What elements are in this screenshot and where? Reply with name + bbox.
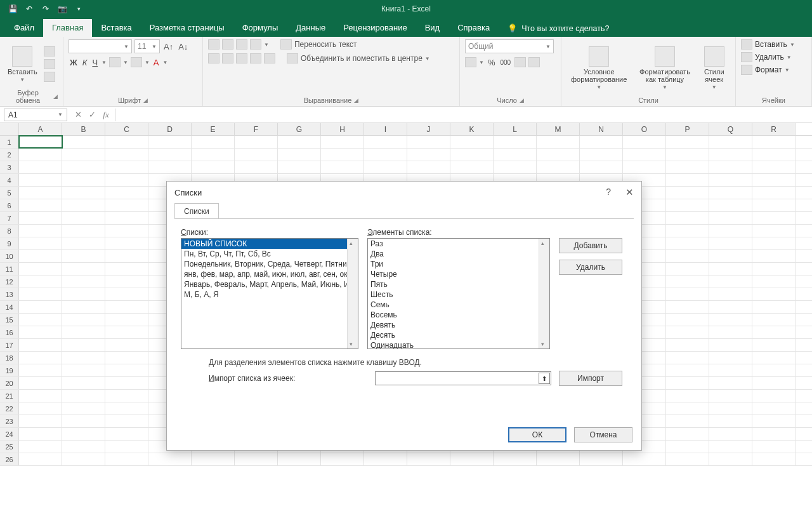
cell[interactable] <box>623 453 666 465</box>
cell[interactable] <box>666 250 709 262</box>
cell[interactable] <box>192 149 235 161</box>
cell[interactable] <box>105 263 148 275</box>
underline-button[interactable]: Ч <box>91 58 99 67</box>
row-header[interactable]: 10 <box>0 250 19 262</box>
cell[interactable] <box>105 415 148 427</box>
cell[interactable] <box>278 453 321 465</box>
import-button[interactable]: Импорт <box>559 371 622 386</box>
cell[interactable] <box>105 339 148 351</box>
cell[interactable] <box>666 377 709 389</box>
italic-button[interactable]: К <box>81 58 89 67</box>
row-header[interactable]: 17 <box>0 339 19 351</box>
cell[interactable] <box>19 301 62 313</box>
row-header[interactable]: 25 <box>0 441 19 453</box>
column-header[interactable]: L <box>494 123 537 135</box>
cell[interactable] <box>709 441 752 453</box>
column-header[interactable]: K <box>450 123 494 135</box>
customize-qat-icon[interactable]: ▾ <box>74 4 84 14</box>
add-button[interactable]: Добавить <box>559 238 622 253</box>
cell[interactable] <box>666 187 709 199</box>
grow-font-icon[interactable]: A↑ <box>162 42 174 51</box>
list-entries-textbox[interactable]: РазДваТриЧетыреПятьШестьСемьВосемьДевять… <box>367 238 550 349</box>
cell[interactable] <box>19 453 62 465</box>
cell[interactable] <box>62 161 105 173</box>
insert-function-icon[interactable]: fx <box>99 110 113 120</box>
chevron-down-icon[interactable]: ▼ <box>123 60 128 65</box>
cell[interactable] <box>19 263 62 275</box>
cell[interactable] <box>235 149 278 161</box>
cell[interactable] <box>235 161 278 173</box>
cell[interactable] <box>752 187 796 199</box>
column-header[interactable]: M <box>537 123 580 135</box>
cell[interactable] <box>709 149 752 161</box>
row-header[interactable]: 26 <box>0 453 19 465</box>
cell[interactable] <box>19 390 62 402</box>
cell[interactable] <box>62 187 105 199</box>
chevron-down-icon[interactable]: ▼ <box>425 56 430 62</box>
cell-styles-button[interactable]: Стили ячеек▼ <box>698 45 730 91</box>
column-header[interactable]: B <box>62 123 105 135</box>
cell[interactable] <box>62 428 105 440</box>
cell[interactable] <box>752 136 796 148</box>
cell[interactable] <box>752 263 796 275</box>
cell[interactable] <box>752 339 796 351</box>
cell[interactable] <box>666 364 709 376</box>
cell[interactable] <box>407 161 450 173</box>
row-header[interactable]: 1 <box>0 136 19 148</box>
cell[interactable] <box>105 275 148 288</box>
cell[interactable] <box>105 364 148 376</box>
align-middle-icon[interactable] <box>222 39 233 50</box>
cell[interactable] <box>580 136 623 148</box>
cell[interactable] <box>19 314 62 326</box>
cell[interactable] <box>709 275 752 288</box>
delete-cells-button[interactable]: Удалить <box>755 53 784 62</box>
cell[interactable] <box>666 339 709 351</box>
column-header[interactable]: O <box>623 123 666 135</box>
cell[interactable] <box>752 174 796 186</box>
insert-cells-button[interactable]: Вставить <box>755 40 787 49</box>
cell[interactable] <box>105 301 148 313</box>
cell[interactable] <box>709 263 752 275</box>
row-header[interactable]: 4 <box>0 174 19 186</box>
tab-formulas[interactable]: Формулы <box>233 19 287 37</box>
cell[interactable] <box>450 149 494 161</box>
chevron-down-icon[interactable]: ▼ <box>145 60 150 65</box>
cell[interactable] <box>105 352 148 364</box>
cell[interactable] <box>321 161 364 173</box>
cell[interactable] <box>450 161 494 173</box>
chevron-down-icon[interactable]: ▼ <box>790 42 795 48</box>
cell[interactable] <box>105 237 148 249</box>
cell[interactable] <box>192 136 235 148</box>
cell[interactable] <box>62 275 105 288</box>
cell[interactable] <box>19 326 62 338</box>
cell[interactable] <box>105 453 148 465</box>
cell[interactable] <box>321 149 364 161</box>
row-header[interactable]: 2 <box>0 149 19 161</box>
align-center-icon[interactable] <box>222 53 233 63</box>
column-header[interactable]: P <box>666 123 709 135</box>
font-color-icon[interactable]: A <box>152 58 160 67</box>
cell[interactable] <box>709 161 752 173</box>
cell[interactable] <box>537 136 580 148</box>
conditional-formatting-button[interactable]: Условное форматирование▼ <box>566 45 631 91</box>
cell[interactable] <box>19 441 62 453</box>
cell[interactable] <box>666 314 709 326</box>
cell[interactable] <box>666 149 709 161</box>
cell[interactable] <box>19 174 62 186</box>
column-header[interactable]: A <box>19 123 62 135</box>
tab-layout[interactable]: Разметка страницы <box>141 19 233 37</box>
help-icon[interactable]: ? <box>606 187 611 197</box>
tab-file[interactable]: Файл <box>5 19 43 37</box>
cell[interactable] <box>623 136 666 148</box>
cell[interactable] <box>19 288 62 300</box>
dialog-launcher-icon[interactable]: ◢ <box>520 97 524 103</box>
cell[interactable] <box>62 225 105 237</box>
delete-button[interactable]: Удалить <box>559 260 622 275</box>
chevron-down-icon[interactable]: ▼ <box>264 42 269 48</box>
row-header[interactable]: 7 <box>0 212 19 224</box>
cell[interactable] <box>105 402 148 415</box>
cell[interactable] <box>407 136 450 148</box>
cell[interactable] <box>62 250 105 262</box>
align-bottom-icon[interactable] <box>236 39 247 50</box>
cell[interactable] <box>666 428 709 440</box>
